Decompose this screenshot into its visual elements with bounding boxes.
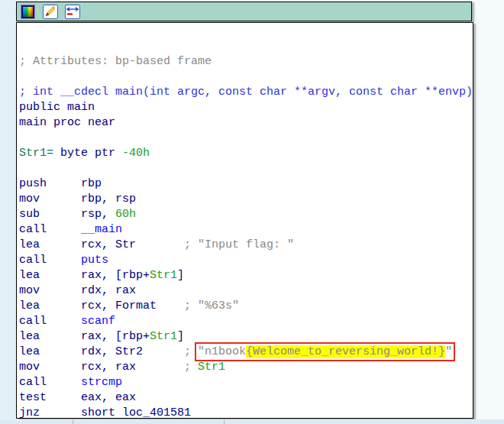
code-segment	[136, 238, 184, 251]
code-segment: public main	[19, 101, 95, 114]
page-left-margin	[0, 0, 16, 419]
palette-icon	[21, 5, 35, 19]
code-segment: call	[19, 376, 81, 389]
code-line[interactable]: call scanf	[19, 314, 473, 329]
code-segment: ; "%63s"	[184, 299, 239, 312]
code-segment	[143, 345, 184, 358]
code-segment: mov rdx, rax	[19, 284, 136, 297]
code-line[interactable]: lea rcx, Str ; "Input flag: "	[19, 238, 473, 253]
code-segment: scanf	[81, 315, 115, 328]
code-segment: "	[445, 345, 452, 358]
code-segment: lea rax, [rbp+	[19, 330, 150, 343]
code-line[interactable]: mov rcx, rax ; Str1	[19, 360, 473, 375]
code-line[interactable]: test eax, eax	[19, 390, 473, 406]
code-segment: ; int __cdecl main(int argc, const char …	[19, 86, 473, 99]
code-segment: __main	[81, 223, 122, 236]
column-tick	[73, 419, 73, 424]
column-tick	[224, 419, 225, 424]
code-line[interactable]: jnz short loc_401581	[19, 406, 473, 419]
code-line[interactable]	[19, 161, 473, 176]
code-segment: 60h	[115, 208, 136, 221]
code-segment: ;	[184, 361, 198, 374]
code-segment: Str1	[150, 330, 177, 343]
code-line[interactable]: main proc near	[19, 115, 473, 131]
code-segment: ; "Input flag: "	[184, 238, 294, 251]
code-line[interactable]: call strcmp	[19, 375, 473, 390]
code-line[interactable]: mov rbp, rsp	[19, 192, 473, 207]
code-line[interactable]	[19, 131, 473, 146]
toolbar	[16, 2, 472, 21]
code-segment: lea rax, [rbp+	[19, 269, 150, 282]
code-line[interactable]: lea rdx, Str2 ; "n1book{Welcome_to_rever…	[19, 345, 473, 360]
code-segment: strcmp	[81, 376, 122, 389]
code-segment	[136, 361, 184, 374]
code-segment: lea rcx, Format	[19, 299, 157, 312]
range-button[interactable]	[63, 4, 81, 20]
code-segment: puts	[81, 254, 108, 267]
code-line[interactable]	[19, 39, 473, 54]
code-segment: jnz short loc_401581	[19, 406, 191, 419]
red-annotation-box: "n1book{Welcome_to_reversing_world!}"	[195, 342, 455, 361]
code-line[interactable]: ; int __cdecl main(int argc, const char …	[19, 85, 473, 100]
code-segment: -40h	[122, 147, 150, 160]
code-segment: Str1=	[19, 147, 53, 160]
code-line[interactable]: push rbp	[19, 176, 473, 192]
disassembly-view[interactable]: ; Attributes: bp-based frame; int __cdec…	[16, 22, 473, 419]
code-segment	[157, 299, 184, 312]
code-segment: sub rsp,	[19, 208, 115, 221]
code-line[interactable]: lea rax, [rbp+Str1]	[19, 268, 473, 283]
selection-range-icon	[65, 5, 80, 19]
code-line[interactable]: sub rsp, 60h	[19, 207, 473, 222]
edit-button[interactable]	[41, 4, 59, 20]
code-segment: Str1	[198, 361, 225, 374]
screenshot-root: { "colors": { "left-strip": "#e3f0f8", "…	[0, 0, 504, 424]
code-segment: ]	[177, 269, 184, 282]
code-segment: "n1book	[198, 345, 246, 358]
code-segment: byte ptr	[53, 147, 122, 160]
code-line[interactable]	[19, 24, 473, 39]
palette-button[interactable]	[19, 4, 37, 20]
code-segment: test eax, eax	[19, 391, 136, 404]
code-segment: ; Attributes: bp-based frame	[19, 55, 212, 68]
code-segment: main proc near	[19, 116, 115, 129]
code-line[interactable]: mov rdx, rax	[19, 283, 473, 299]
page-bottom-strip	[0, 419, 504, 424]
edit-pencil-icon	[43, 5, 58, 19]
code-line[interactable]: ; Attributes: bp-based frame	[19, 54, 473, 70]
code-segment: mov rcx, rax	[19, 361, 136, 374]
code-segment: mov rbp, rsp	[19, 193, 136, 206]
code-line[interactable]	[19, 70, 473, 85]
disassembly-code: ; Attributes: bp-based frame; int __cdec…	[17, 23, 473, 419]
code-line[interactable]: call __main	[19, 222, 473, 238]
code-segment: Str1	[150, 269, 177, 282]
code-segment: call	[19, 254, 81, 267]
code-line[interactable]: Str1= byte ptr -40h	[19, 146, 473, 161]
code-segment: push rbp	[19, 177, 102, 190]
code-line[interactable]: lea rcx, Format ; "%63s"	[19, 299, 473, 314]
code-segment: call	[19, 315, 81, 328]
code-segment: lea rcx, Str	[19, 238, 136, 251]
flag-highlight: {Welcome_to_reversing_world!}	[246, 345, 445, 358]
code-line[interactable]: public main	[19, 100, 473, 115]
code-segment: call	[19, 223, 81, 236]
code-line[interactable]: call puts	[19, 253, 473, 268]
code-segment: lea rdx, Str2	[19, 345, 143, 358]
code-segment: ]	[177, 330, 184, 343]
